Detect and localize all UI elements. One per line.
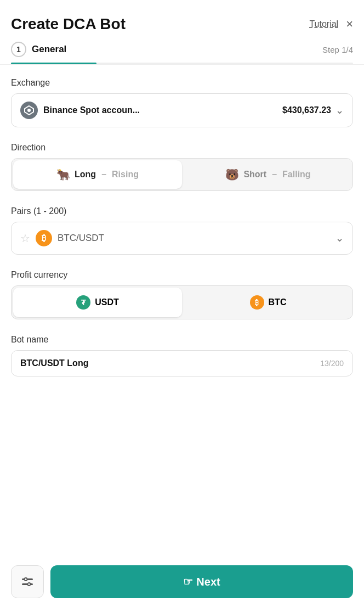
svg-point-1 (27, 109, 31, 112)
pairs-dropdown[interactable]: ☆ ₿ BTC/USDT ⌄ (11, 222, 353, 255)
cursor-icon: ☞ (183, 575, 193, 588)
long-label: Long (75, 170, 96, 179)
exchange-right: $430,637.23 ⌄ (282, 104, 344, 116)
short-icon: 🐻 (225, 168, 239, 181)
pairs-left: ☆ ₿ BTC/USDT (20, 230, 104, 246)
step-info: 1 General (11, 42, 66, 57)
profit-label: Profit currency (11, 270, 353, 280)
exchange-label: Exchange (11, 78, 353, 88)
bot-name-label: Bot name (11, 335, 353, 345)
short-label: Short (243, 170, 266, 179)
tutorial-link[interactable]: Tutorial (309, 19, 338, 29)
svg-point-6 (25, 578, 27, 581)
page-title: Create DCA Bot (11, 15, 126, 33)
direction-long[interactable]: 🐂 Long – Rising (13, 160, 182, 189)
usdt-label: USDT (95, 297, 119, 307)
pairs-chevron-icon: ⌄ (335, 232, 344, 244)
svg-rect-3 (27, 578, 33, 580)
profit-toggle: ₮ USDT ₿ BTC (11, 285, 353, 319)
profit-usdt[interactable]: ₮ USDT (13, 288, 182, 317)
profit-btc[interactable]: ₿ BTC (184, 286, 352, 319)
bot-name-section: Bot name 13/200 (0, 335, 364, 376)
usdt-icon: ₮ (76, 295, 90, 310)
bot-name-input-wrapper: 13/200 (11, 350, 353, 376)
pairs-label: Pairs (1 - 200) (11, 206, 353, 216)
step-bar: 1 General Step 1/4 (0, 42, 364, 57)
btc-coin-icon: ₿ (36, 230, 52, 246)
svg-rect-4 (22, 583, 28, 585)
exchange-dropdown[interactable]: Binance Spot accoun... $430,637.23 ⌄ (11, 93, 353, 127)
exchange-left: Binance Spot accoun... (20, 102, 140, 119)
short-sublabel: Falling (282, 170, 311, 179)
profit-section: Profit currency ₮ USDT ₿ BTC (0, 270, 364, 319)
exchange-balance: $430,637.23 (282, 105, 331, 115)
direction-toggle: 🐂 Long – Rising 🐻 Short – Falling (11, 158, 353, 191)
favorite-star-icon: ☆ (20, 232, 30, 245)
long-sublabel: Rising (112, 170, 139, 179)
bot-name-input[interactable] (20, 358, 320, 368)
pairs-section: Pairs (1 - 200) ☆ ₿ BTC/USDT ⌄ (0, 206, 364, 255)
direction-label: Direction (11, 143, 353, 153)
settings-button[interactable] (11, 565, 44, 598)
pair-name: BTC/USDT (58, 233, 104, 244)
step-number: 1 (11, 42, 26, 57)
long-dash: – (101, 170, 106, 179)
btc-profit-icon: ₿ (250, 295, 264, 310)
header-right: Tutorial × (309, 18, 353, 30)
btc-label: BTC (269, 297, 287, 307)
close-button[interactable]: × (346, 18, 353, 30)
settings-icon (20, 574, 35, 589)
next-button[interactable]: ☞ Next (50, 565, 353, 598)
step-of: Step 1/4 (322, 45, 353, 54)
footer: ☞ Next (0, 557, 364, 607)
char-count: 13/200 (320, 359, 344, 368)
long-icon: 🐂 (56, 168, 70, 181)
direction-short[interactable]: 🐻 Short – Falling (184, 159, 352, 190)
short-dash: – (272, 170, 277, 179)
svg-point-7 (28, 583, 31, 586)
header: Create DCA Bot Tutorial × (0, 0, 364, 42)
next-label: Next (196, 576, 220, 588)
step-label: General (32, 44, 66, 55)
direction-section: Direction 🐂 Long – Rising 🐻 Short – Fall… (0, 143, 364, 191)
exchange-name: Binance Spot accoun... (43, 105, 140, 115)
chevron-down-icon: ⌄ (335, 104, 344, 116)
exchange-section: Exchange Binance Spot accoun... $430,637… (0, 78, 364, 127)
exchange-icon (20, 102, 38, 119)
divider (0, 64, 364, 65)
